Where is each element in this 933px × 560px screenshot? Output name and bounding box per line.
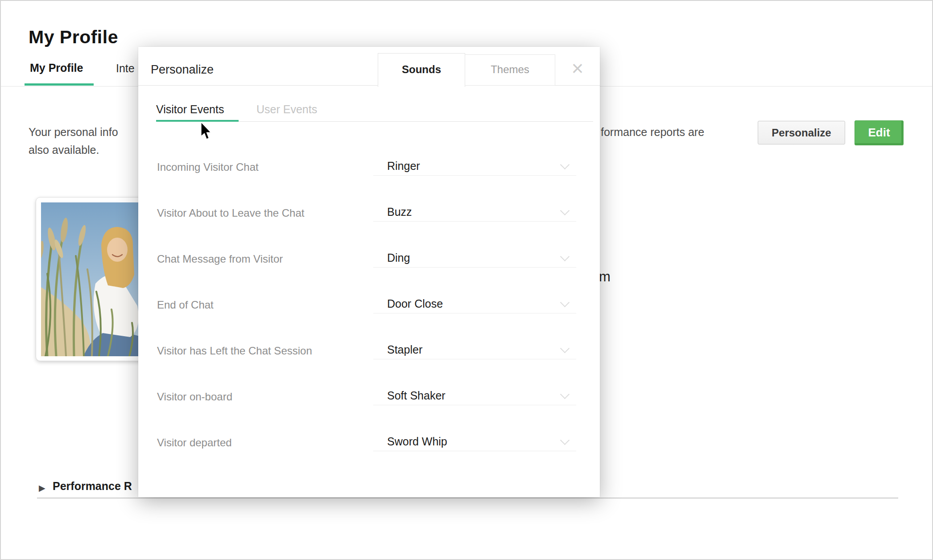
close-icon[interactable]: × <box>567 58 588 81</box>
chevron-down-icon <box>560 160 570 169</box>
event-tabs-divider <box>239 121 593 122</box>
sound-row: Visitor on-board Soft Shaker <box>157 388 581 406</box>
tab-user-events[interactable]: User Events <box>256 103 317 116</box>
my-profile-page: My Profile My Profile Inte Your personal… <box>0 0 933 560</box>
edit-button[interactable]: Edit <box>855 120 904 145</box>
intro-text-line2: also available. <box>29 144 99 156</box>
disclosure-triangle-icon: ▶ <box>39 483 45 493</box>
selected-sound: Soft Shaker <box>387 388 446 403</box>
sound-event-label: Visitor About to Leave the Chat <box>157 204 304 222</box>
sound-event-label: Chat Message from Visitor <box>157 250 283 268</box>
sound-select-visitor-about-to-leave[interactable]: Buzz <box>373 204 576 222</box>
selected-sound: Sword Whip <box>387 434 447 449</box>
sound-row: Visitor About to Leave the Chat Buzz <box>157 204 581 222</box>
profile-photo <box>36 197 152 361</box>
sound-row: Chat Message from Visitor Ding <box>157 250 581 268</box>
chevron-down-icon <box>560 252 570 261</box>
chevron-down-icon <box>560 298 570 307</box>
sound-select-visitor-departed[interactable]: Sword Whip <box>373 434 576 451</box>
intro-text-left: Your personal info <box>29 126 118 139</box>
visitor-events-underline <box>156 120 239 122</box>
tab-themes[interactable]: Themes <box>465 54 555 86</box>
tab-visitor-events[interactable]: Visitor Events <box>156 103 224 116</box>
selected-sound: Stapler <box>387 342 422 357</box>
sound-event-label: Visitor on-board <box>157 388 232 406</box>
chevron-down-icon <box>560 436 570 445</box>
selected-sound: Buzz <box>387 204 412 219</box>
sound-event-label: Visitor departed <box>157 434 232 452</box>
performance-section-label: Performance R <box>53 480 132 493</box>
tab-sounds[interactable]: Sounds <box>378 53 465 87</box>
sound-select-visitor-on-board[interactable]: Soft Shaker <box>373 388 576 405</box>
selected-sound: Ringer <box>387 158 420 173</box>
personalize-button[interactable]: Personalize <box>758 121 845 144</box>
selected-sound: Door Close <box>387 296 443 311</box>
intro-text-right: formance reports are <box>601 126 704 139</box>
sound-event-label: Incoming Visitor Chat <box>157 158 259 176</box>
tab-integrations-partial[interactable]: Inte <box>116 62 135 75</box>
modal-title: Personalize <box>151 63 214 77</box>
sound-row: End of Chat Door Close <box>157 296 581 314</box>
chevron-down-icon <box>560 206 570 215</box>
profile-photo-image <box>41 202 147 356</box>
chevron-down-icon <box>560 344 570 353</box>
sound-select-visitor-left-session[interactable]: Stapler <box>373 342 576 359</box>
selected-sound: Ding <box>387 250 410 265</box>
sound-select-incoming-visitor-chat[interactable]: Ringer <box>373 158 576 176</box>
chevron-down-icon <box>560 390 570 399</box>
active-tab-underline <box>25 83 94 86</box>
bottom-divider <box>37 498 898 498</box>
sound-select-end-of-chat[interactable]: Door Close <box>373 296 576 313</box>
sound-row: Incoming Visitor Chat Ringer <box>157 158 581 176</box>
sound-row: Visitor has Left the Chat Session Staple… <box>157 342 581 360</box>
tab-my-profile[interactable]: My Profile <box>30 62 83 74</box>
personalize-modal: Personalize Sounds Themes × Visitor Even… <box>138 47 600 497</box>
sound-select-chat-message-from-visitor[interactable]: Ding <box>373 250 576 268</box>
page-title: My Profile <box>29 27 118 48</box>
sound-row: Visitor departed Sword Whip <box>157 434 581 452</box>
sound-event-label: End of Chat <box>157 296 214 314</box>
sound-event-label: Visitor has Left the Chat Session <box>157 342 312 360</box>
covered-text-fragment: m <box>599 269 611 285</box>
